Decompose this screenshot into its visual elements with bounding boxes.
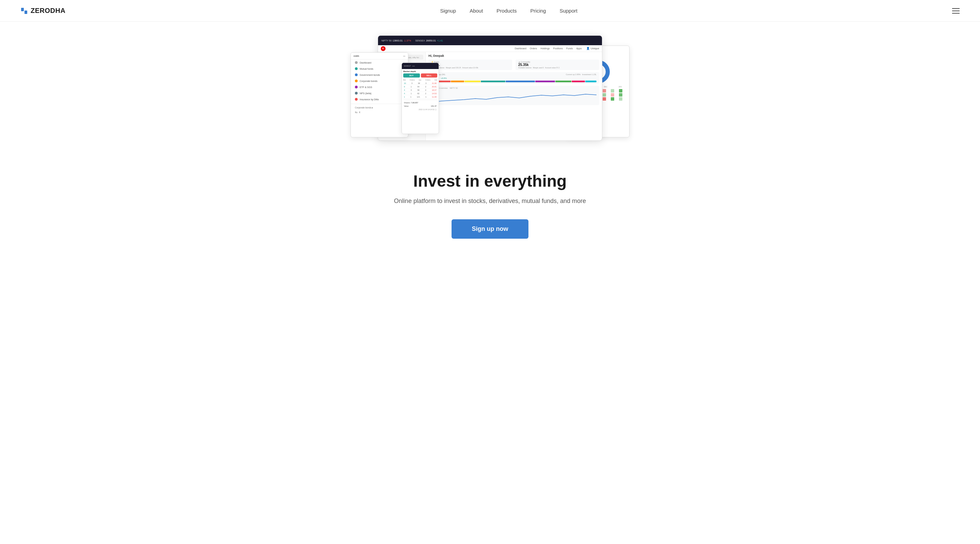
kite-nav-apps[interactable]: Apps (576, 47, 582, 50)
coin-nav-etf[interactable]: ETF & SGS (351, 84, 408, 90)
kite-nav-dashboard[interactable]: Dashboard (515, 47, 527, 50)
hamburger-menu-icon[interactable] (952, 8, 959, 14)
holdings-card: 📊 Holdings (58) Current up 2.95% Investm… (428, 72, 599, 84)
kite-nav-orders[interactable]: Orders (530, 47, 537, 50)
pw-market-label: Market depth (403, 70, 437, 73)
svg-rect-0 (21, 8, 24, 11)
kite-main-content: Hi, Deepak ⚡ Equity 1.42L Available bala… (426, 52, 602, 140)
nav-support[interactable]: Support (559, 8, 578, 14)
coin-amount1: ₹0 ₹ (355, 111, 360, 114)
coin-nav-nps[interactable]: NPS (beta) (351, 90, 408, 96)
nav-pricing[interactable]: Pricing (530, 8, 546, 14)
coin-nav-govbonds[interactable]: Government bonds (351, 72, 408, 78)
market-overview-card: 📈 Market overview NIFTY 50 (428, 86, 599, 105)
navbar: ZERODHA Signup About Products Pricing Su… (0, 0, 980, 22)
signup-button[interactable]: Sign up now (452, 219, 529, 239)
kite-greeting: Hi, Deepak (428, 54, 599, 57)
logo-text: ZERODHA (30, 7, 65, 14)
kite-user-icon[interactable]: 👤 Unique (586, 47, 599, 50)
kite-logo: K (381, 46, 385, 51)
nav-about[interactable]: About (469, 8, 483, 14)
pw-ticker2: ▪▪▪▪ (412, 65, 415, 67)
pw-summary: Shares: 7,68,657 (403, 101, 437, 105)
coin-logo: coin (353, 54, 359, 57)
commodity-card: ☁ Commodity 25.35k Available balance Mar… (515, 60, 599, 70)
coin-nav-corpbonds[interactable]: Corporate bonds (351, 78, 408, 84)
pw-col-headers: BidOrdersQtyOrdersAsk (403, 79, 437, 81)
pw-depth-row-2: 9154220.81 (403, 85, 437, 89)
hero-section: coin ▪▪▪ Dashboard Mutual funds Governme… (0, 22, 980, 259)
coin-subnav-corpbonds[interactable]: Corporate bonds ▸ (351, 105, 408, 110)
hero-title: Invest in everything (394, 171, 586, 191)
coin-window: coin ▪▪▪ Dashboard Mutual funds Governme… (350, 52, 408, 137)
svg-rect-1 (24, 11, 27, 14)
hero-subtitle: Online platform to invest in stocks, der… (394, 197, 586, 206)
nav-signup[interactable]: Signup (440, 8, 456, 14)
logo-link[interactable]: ZERODHA (21, 7, 65, 14)
nav-links: Signup About Products Pricing Support (440, 8, 578, 14)
kite-nav-funds[interactable]: Funds (566, 47, 573, 50)
coin-nav-insurance[interactable]: Insurance by Ditto (351, 96, 408, 102)
pw-depth-row-4: 4182214.53 (403, 92, 437, 95)
pw-ticker1: MARKET (404, 65, 411, 67)
zerodha-logo-icon (21, 7, 28, 14)
coin-nav-dashboard[interactable]: Dashboard (351, 60, 408, 66)
kite-nav-positions[interactable]: Positions (553, 47, 563, 50)
nav-products[interactable]: Products (496, 8, 517, 14)
pw-buy-btn[interactable]: BUY (403, 73, 420, 78)
phone-window: MARKET ▪▪▪▪ Market depth BUY SELL BidOrd… (401, 63, 439, 134)
coin-tagline: ▪▪▪ (403, 55, 405, 57)
pw-values: Value 131.47 (403, 105, 437, 108)
coin-nav-mutualfunds[interactable]: Mutual funds (351, 66, 408, 72)
pw-depth-row-3: 4358218.07 (403, 89, 437, 92)
pw-depth-row-5: 11121111.00 (403, 95, 437, 98)
pw-depth-row-1: 10338321.90 (403, 82, 437, 85)
dashboard-preview: coin ▪▪▪ Dashboard Mutual funds Governme… (350, 35, 630, 151)
pw-sell-btn[interactable]: SELL (421, 73, 438, 78)
pw-timestamp: 2022-11-04 14:14:52 ⓘ (403, 108, 437, 111)
equity-card: ⚡ Equity 1.42L Available balance Margin … (428, 60, 512, 70)
kite-nav-holdings[interactable]: Holdings (540, 47, 550, 50)
hero-text: Invest in everything Online platform to … (394, 171, 586, 239)
